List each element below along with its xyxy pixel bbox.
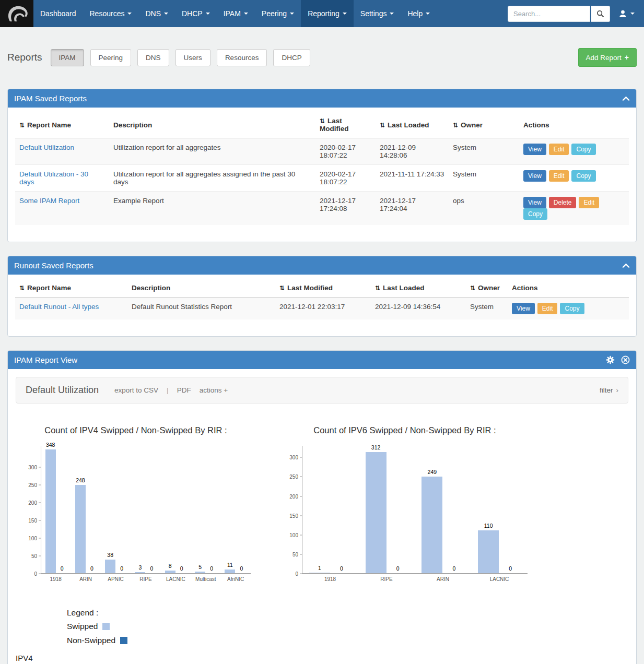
last-loaded: 2021-12-09 14:28:06 — [376, 138, 449, 165]
panel-header: Runout Saved Reports — [8, 256, 636, 275]
navbar-menu: DashboardResourcesDNSDHCPIPAMPeeringRepo… — [33, 0, 437, 27]
edit-button[interactable]: Edit — [579, 197, 599, 208]
toolbar-divider: | — [167, 386, 169, 394]
bar-value-label: 38 — [107, 552, 113, 558]
legend-title: Legend : — [67, 608, 628, 618]
view-button[interactable]: View — [523, 170, 546, 182]
last-modified: 2020-02-17 18:07:22 — [315, 165, 376, 192]
search-input[interactable] — [508, 6, 590, 22]
x-axis: 1918RIPEARINLACNIC — [302, 576, 528, 582]
ipam-report-view-panel: IPAM Report View — [7, 350, 637, 664]
edit-button[interactable]: Edit — [549, 144, 569, 155]
report-description: Utilization report for all aggregates — [109, 138, 315, 165]
bar-group-ripe: 30 — [135, 446, 157, 573]
plot-area: 34802480380308050110 — [41, 446, 251, 574]
tab-users[interactable]: Users — [175, 49, 210, 66]
nav-item-dns[interactable]: DNS — [138, 0, 175, 27]
ipam-reports-table: ⇅Report NameDescription⇅Last Modified⇅La… — [15, 112, 629, 225]
column-header-last-loaded[interactable]: ⇅Last Loaded — [371, 279, 466, 298]
add-report-button[interactable]: Add Report+ — [578, 48, 637, 67]
column-header-owner[interactable]: ⇅Owner — [466, 279, 508, 298]
tab-ipam[interactable]: IPAM — [51, 49, 84, 66]
bar-value-label: 0 — [240, 565, 243, 572]
copy-button[interactable]: Copy — [560, 303, 584, 314]
column-label: Last Loaded — [383, 284, 425, 292]
copy-button[interactable]: Copy — [571, 170, 595, 182]
column-header-last-modified[interactable]: ⇅Last Modified — [275, 279, 371, 298]
legend-swatch — [120, 637, 127, 644]
bar-value-label: 312 — [371, 444, 381, 450]
bar-value-label: 3 — [139, 564, 142, 571]
export-pdf-link[interactable]: PDF — [177, 386, 191, 394]
copy-button[interactable]: Copy — [571, 144, 595, 155]
user-menu[interactable] — [610, 9, 639, 18]
report-title: Default Utilization — [26, 385, 99, 396]
column-header-last-loaded[interactable]: ⇅Last Loaded — [376, 112, 449, 138]
sort-icon: ⇅ — [470, 284, 475, 292]
view-button[interactable]: View — [523, 197, 546, 208]
bar-value-label: 0 — [120, 565, 123, 572]
bar-swipped — [478, 530, 499, 573]
bar-value-label: 0 — [150, 565, 154, 572]
column-header-report-name[interactable]: ⇅Report Name — [15, 279, 127, 298]
report-name-link[interactable]: Default Utilization — [19, 144, 74, 151]
y-tick: 300 — [289, 455, 302, 460]
bar-value-label: 348 — [46, 442, 55, 448]
report-description: Example Report — [109, 192, 315, 226]
y-tick: 250 — [28, 482, 41, 488]
chart-legend: Legend : SwippedNon-Swipped — [67, 608, 628, 645]
tab-peering[interactable]: Peering — [90, 49, 132, 66]
view-button[interactable]: View — [512, 303, 535, 314]
report-name-link[interactable]: Default Runout - All types — [19, 303, 99, 311]
nav-item-settings[interactable]: Settings — [354, 0, 401, 27]
x-axis-label: ARIN — [421, 576, 464, 582]
collapse-button[interactable] — [622, 263, 630, 268]
y-axis: 050100150200250300 — [21, 446, 41, 574]
tab-dhcp[interactable]: DHCP — [273, 49, 310, 66]
collapse-button[interactable] — [622, 96, 630, 101]
close-button[interactable] — [621, 355, 630, 364]
x-axis-label: 1918 — [45, 576, 67, 582]
x-axis-label: LACNIC — [478, 576, 521, 582]
panel-title: IPAM Saved Reports — [14, 94, 87, 103]
close-circle-icon — [621, 355, 630, 364]
nav-item-peering[interactable]: Peering — [255, 0, 301, 27]
panel-title: IPAM Report View — [14, 355, 77, 364]
column-header-last-modified[interactable]: ⇅Last Modified — [315, 112, 376, 138]
view-button[interactable]: View — [523, 144, 546, 155]
nav-item-reporting[interactable]: Reporting — [301, 0, 354, 27]
column-header-report-name[interactable]: ⇅Report Name — [15, 112, 109, 138]
app-logo[interactable] — [0, 0, 33, 27]
x-axis-label: AfriNIC — [225, 576, 247, 582]
filter-toggle[interactable]: filter› — [600, 386, 618, 394]
y-tick: 100 — [289, 532, 302, 538]
export-csv-link[interactable]: export to CSV — [114, 386, 158, 394]
bar-swipped — [366, 452, 387, 573]
chart-title: Count of IPV4 Swipped / Non-Swipped By R… — [21, 425, 251, 435]
settings-button[interactable] — [606, 355, 615, 364]
nav-item-dhcp[interactable]: DHCP — [175, 0, 217, 27]
actions-menu[interactable]: actions + — [200, 386, 228, 394]
edit-button[interactable]: Edit — [549, 170, 569, 182]
nav-item-resources[interactable]: Resources — [83, 0, 139, 27]
bar-swipped — [135, 572, 145, 573]
report-name-link[interactable]: Default Utilization - 30 days — [19, 170, 88, 186]
column-header-owner[interactable]: ⇅Owner — [449, 112, 519, 138]
search-button[interactable] — [591, 6, 610, 22]
sort-icon: ⇅ — [19, 284, 25, 292]
copy-button[interactable]: Copy — [523, 208, 547, 220]
nav-item-help[interactable]: Help — [401, 0, 437, 27]
nav-item-ipam[interactable]: IPAM — [217, 0, 255, 27]
x-axis-label: RIPE — [135, 576, 157, 582]
nav-item-dashboard[interactable]: Dashboard — [33, 0, 83, 27]
sort-icon: ⇅ — [279, 284, 285, 292]
edit-button[interactable]: Edit — [537, 303, 558, 314]
tab-resources[interactable]: Resources — [217, 49, 267, 66]
legend-label: Swipped — [67, 622, 98, 631]
x-axis-label: ARIN — [75, 576, 97, 582]
bar-group-lacnic: 1100 — [478, 446, 521, 573]
report-name-link[interactable]: Some IPAM Report — [19, 197, 79, 205]
tab-dns[interactable]: DNS — [137, 49, 169, 66]
x-axis-label: Multicast — [195, 576, 217, 582]
delete-button[interactable]: Delete — [549, 197, 577, 208]
